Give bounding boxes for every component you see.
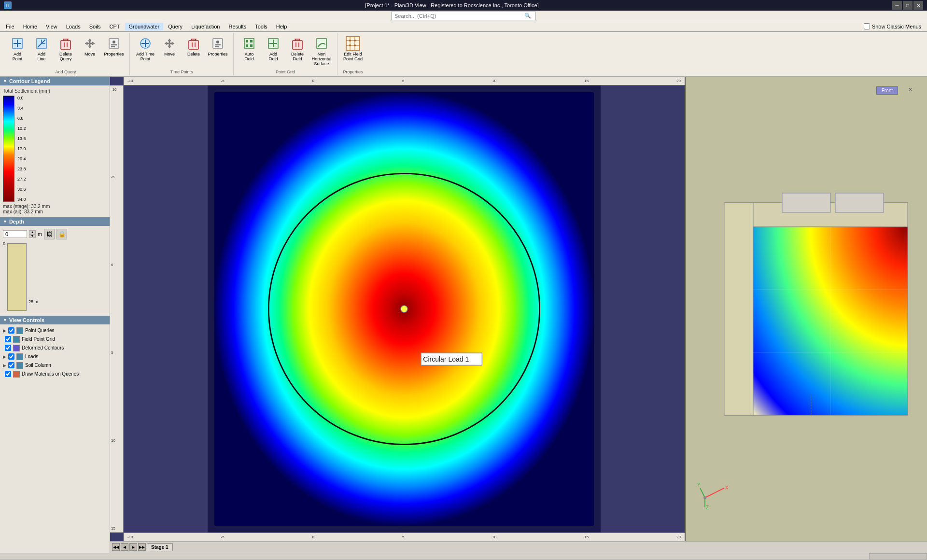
color-icon-field-point-grid	[13, 336, 20, 343]
ruler-bottom: -10-505101520	[124, 532, 685, 541]
add-time-point-button[interactable]: Add Time Point	[134, 34, 157, 64]
menu-item-groundwater[interactable]: Groundwater	[125, 23, 164, 30]
stage-last-btn[interactable]: ▶▶	[138, 543, 146, 551]
depth-browse-btn[interactable]: 🖼	[44, 229, 55, 239]
depth-spin-down[interactable]: ▼	[29, 234, 36, 238]
color-icon-point-queries	[16, 327, 23, 334]
add-point-button[interactable]: Add Point	[6, 34, 29, 64]
edit-field-grid-label: Edit Field Point Grid	[343, 52, 363, 62]
menu-item-home[interactable]: Home	[19, 23, 41, 30]
title-bar: R [Project 1* - Plan/3D View - Registere…	[0, 0, 927, 11]
add-field-label: Add Field	[268, 52, 278, 62]
checkbox-draw-materials[interactable]	[5, 371, 11, 377]
non-horiz-button[interactable]: Non Horizontal Surface	[310, 34, 333, 69]
view-control-item-point-queries[interactable]: ▶Point Queries	[3, 326, 107, 335]
view-controls-header[interactable]: ▼ View Controls	[0, 316, 110, 324]
maximize-button[interactable]: □	[903, 1, 913, 10]
vc-label-field-point-grid: Field Point Grid	[22, 336, 55, 342]
stage-first-btn[interactable]: ◀◀	[112, 543, 120, 551]
checkbox-point-queries[interactable]	[8, 327, 14, 334]
view-control-item-loads[interactable]: ▶Loads	[3, 352, 107, 361]
svg-text:Z: Z	[706, 505, 709, 510]
svg-rect-29	[215, 46, 219, 47]
non-horiz-icon	[314, 36, 329, 51]
edit-field-grid-button[interactable]: Edit Field Point Grid	[341, 34, 365, 64]
viewport-left[interactable]: -10-5051015 -10-505101520 -10-505101520	[110, 77, 686, 541]
move-time-icon	[162, 36, 177, 51]
contour-legend-header[interactable]: ▼ Contour Legend	[0, 77, 110, 85]
legend-value: 20.4	[17, 156, 26, 161]
hscrollbar[interactable]	[0, 553, 927, 560]
svg-rect-71	[782, 193, 830, 212]
checkbox-field-point-grid[interactable]	[5, 336, 11, 342]
legend-subtitle: Total Settlement (mm)	[3, 88, 107, 94]
contour-svg: Circular Load 1	[124, 85, 685, 532]
delete-field-icon	[290, 36, 305, 51]
toolbar-buttons-time-points: Add Time PointMoveDeleteProperties	[134, 34, 229, 69]
menu-item-file[interactable]: File	[2, 23, 18, 30]
checkbox-deformed-contours[interactable]	[5, 345, 11, 351]
svg-line-61	[705, 488, 724, 498]
view-control-item-soil-column[interactable]: ▶Soil Column	[3, 361, 107, 370]
checkbox-loads[interactable]	[8, 353, 14, 360]
classic-menus-checkbox[interactable]	[864, 23, 870, 29]
max-stage-value: 33.2 mm	[31, 204, 50, 209]
checkbox-soil-column[interactable]	[8, 362, 14, 368]
menu-item-results[interactable]: Results	[225, 23, 250, 30]
add-line-button[interactable]: Add Line	[30, 34, 53, 64]
svg-rect-20	[189, 41, 198, 49]
delete-query-button[interactable]: Delete Query	[54, 34, 77, 64]
add-field-button[interactable]: Add Field	[262, 34, 285, 64]
depth-input[interactable]	[3, 230, 27, 238]
contour-legend-content: Total Settlement (mm) 0.03.46.810.213.61…	[0, 85, 110, 217]
view-control-item-draw-materials[interactable]: Draw Materials on Queries	[3, 370, 107, 378]
toolbar-group-properties: Edit Field Point GridProperties	[337, 33, 368, 75]
depth-lock-btn[interactable]: 🔒	[56, 229, 67, 239]
menu-item-soils[interactable]: Soils	[85, 23, 105, 30]
minimize-button[interactable]: ─	[892, 1, 902, 10]
menu-item-cpt[interactable]: CPT	[106, 23, 124, 30]
close-button[interactable]: ✕	[913, 1, 923, 10]
depth-header[interactable]: ▼ Depth	[0, 217, 110, 226]
view-control-item-field-point-grid[interactable]: Field Point Grid	[3, 335, 107, 344]
delete-field-button[interactable]: Delete Field	[286, 34, 309, 64]
menu-item-tools[interactable]: Tools	[251, 23, 271, 30]
delete-time-button[interactable]: Delete	[182, 34, 205, 61]
expand-icon-soil-column[interactable]: ▶	[3, 363, 6, 368]
contour-legend-arrow: ▼	[3, 79, 7, 84]
auto-field-button[interactable]: Auto Field	[238, 34, 261, 64]
classic-menus-area: Show Classic Menus	[860, 22, 925, 30]
menu-item-help[interactable]: Help	[272, 23, 291, 30]
menu-item-view[interactable]: View	[42, 23, 61, 30]
properties-time-label: Properties	[208, 52, 227, 57]
classic-menus-label[interactable]: Show Classic Menus	[872, 24, 921, 29]
stage-prev-btn[interactable]: ◀	[121, 543, 128, 551]
depth-spin-up[interactable]: ▲	[29, 230, 36, 234]
delete-time-label: Delete	[187, 52, 200, 57]
stage-next-btn[interactable]: ▶	[129, 543, 137, 551]
svg-point-50	[349, 40, 351, 42]
stage-tab-label[interactable]: Stage 1	[147, 543, 173, 551]
ruler-left: -10-5051015	[110, 85, 124, 532]
menu-item-liquefaction[interactable]: Liquefaction	[187, 23, 224, 30]
menu-item-query[interactable]: Query	[164, 23, 186, 30]
legend-value: 10.2	[17, 126, 26, 131]
svg-point-27	[216, 41, 219, 43]
menu-item-loads[interactable]: Loads	[62, 23, 84, 30]
properties-time-button[interactable]: Properties	[206, 34, 229, 61]
move-time-button[interactable]: Move	[158, 34, 181, 61]
search-input[interactable]	[391, 12, 536, 20]
toolbar: Add PointAdd LineDelete QueryMovePropert…	[0, 32, 927, 77]
move-query-button[interactable]: Move	[78, 34, 101, 61]
3d-box-svg	[695, 86, 917, 532]
max-stage-label: max (stage):	[3, 204, 30, 209]
add-time-point-icon	[138, 36, 153, 51]
expand-icon-loads[interactable]: ▶	[3, 354, 6, 359]
viewport-close-icon[interactable]: ✕	[908, 86, 913, 93]
legend-value: 27.2	[17, 177, 26, 182]
move-query-label: Move	[84, 52, 95, 57]
expand-icon-point-queries[interactable]: ▶	[3, 328, 6, 333]
view-control-item-deformed-contours[interactable]: Deformed Contours	[3, 344, 107, 352]
tooltip-text: Circular Load 1	[423, 355, 469, 363]
properties-query-button[interactable]: Properties	[102, 34, 126, 61]
